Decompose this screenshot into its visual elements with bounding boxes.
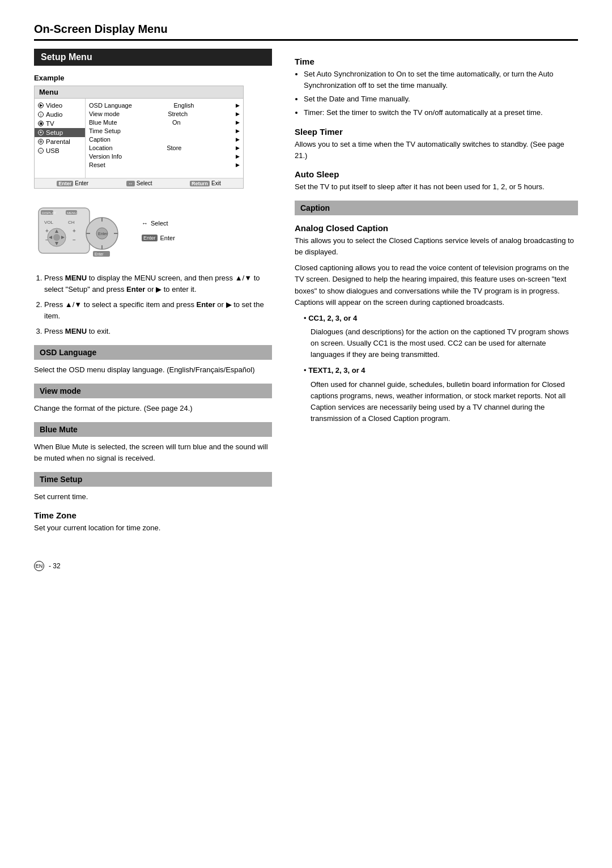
menu-item-usb: ↔ USB xyxy=(35,146,85,155)
blue-mute-header: Blue Mute xyxy=(34,422,272,437)
view-mode-text: Change the format of the picture. (See p… xyxy=(34,403,272,414)
svg-text:CH: CH xyxy=(68,220,75,225)
text123-item: • TEXT1, 2, 3, or 4 xyxy=(304,365,578,376)
setup-icon: ✦ xyxy=(38,130,44,135)
setup-menu-header: Setup Menu xyxy=(34,49,272,66)
page-title: On-Screen Display Menu xyxy=(34,23,578,41)
arrow-icon: ▶ xyxy=(236,145,240,151)
footer-exit: Return Exit xyxy=(190,180,221,186)
menu-row-caption: Caption ▶ xyxy=(89,135,240,143)
remote-diagram: VOL CH + − + − DISPLAY xyxy=(34,197,272,265)
svg-text:+: + xyxy=(45,228,49,234)
svg-text:−: − xyxy=(73,237,76,243)
time-title: Time xyxy=(295,57,578,66)
time-bullet-1: Set Auto Synchronization to On to set th… xyxy=(304,69,578,91)
svg-text:MENU: MENU xyxy=(67,211,77,215)
footer-enter: Enter Enter xyxy=(57,180,88,186)
return-btn-icon: Return xyxy=(190,181,210,186)
sleep-timer-text: Allows you to set a time when the TV aut… xyxy=(295,139,578,161)
time-bullet-3: Timer: Set the timer to switch the TV on… xyxy=(304,107,578,118)
analog-cc-text2: Closed captioning allows you to read the… xyxy=(295,262,578,308)
view-mode-header: View mode xyxy=(34,384,272,398)
blue-mute-text: When Blue Mute is selected, the screen w… xyxy=(34,441,272,464)
osd-language-text: Select the OSD menu display language. (E… xyxy=(34,364,272,376)
tv-icon: ▣ xyxy=(38,121,44,126)
time-zone-text: Set your current location for time zone. xyxy=(34,522,272,534)
page-footer: EN - 32 xyxy=(34,561,578,571)
osd-language-header: OSD Language xyxy=(34,345,272,360)
auto-sleep-title: Auto Sleep xyxy=(295,169,578,179)
time-setup-header: Time Setup xyxy=(34,472,272,487)
menu-screenshot-box: Menu ▶ Video i Audio ▣ TV xyxy=(34,86,244,189)
menu-row-bluemute: Blue Mute On ▶ xyxy=(89,118,240,126)
footer-select: ↔ Select xyxy=(126,180,152,186)
menu-item-setup: ✦ Setup xyxy=(35,128,85,137)
remote-illustration: VOL CH + − + − DISPLAY xyxy=(34,197,125,265)
example-label: Example xyxy=(34,74,272,82)
arrow-icon: ▶ xyxy=(236,120,240,125)
menu-row-viewmode: View mode Stretch ▶ xyxy=(89,109,240,118)
cc123-text: Dialogues (and descriptions) for the act… xyxy=(304,326,578,360)
analog-cc-text1: This allows you to select the Closed Cap… xyxy=(295,235,578,258)
time-zone-title: Time Zone xyxy=(34,510,272,520)
arrow-icon: ▶ xyxy=(236,137,240,142)
arrow-icon: ▶ xyxy=(236,128,240,134)
audio-icon: i xyxy=(38,112,44,117)
select-btn-icon: ↔ xyxy=(126,181,135,186)
instruction-1: Press MENU to display the MENU screen, a… xyxy=(44,273,272,295)
left-column: Setup Menu Example Menu ▶ Video i Audio xyxy=(34,49,272,538)
menu-footer: Enter Enter ↔ Select Return Exit xyxy=(35,178,243,188)
select-arrow-icon: ↔ xyxy=(142,220,148,227)
auto-sleep-text: Set the TV to put itself to sleep after … xyxy=(295,181,578,193)
svg-text:Enter: Enter xyxy=(98,232,108,236)
svg-point-8 xyxy=(53,234,60,241)
enter-btn-icon: Enter xyxy=(57,181,73,186)
cc-section: • CC1, 2, 3, or 4 Dialogues (and descrip… xyxy=(295,313,578,424)
menu-item-tv: ▣ TV xyxy=(35,119,85,128)
menu-item-audio: i Audio xyxy=(35,110,85,119)
analog-cc-title: Analog Closed Caption xyxy=(295,223,578,233)
arrow-icon: ▶ xyxy=(236,162,240,168)
menu-box-title: Menu xyxy=(35,86,243,99)
svg-text:DISPLAY: DISPLAY xyxy=(42,211,56,215)
enter-label: Enter Enter xyxy=(142,235,175,241)
parental-icon: ⊕ xyxy=(38,139,44,144)
cc123-title: CC1, 2, 3, or 4 xyxy=(308,314,357,322)
time-bullet-2: Set the Date and Time manually. xyxy=(304,93,578,105)
menu-right-panel: OSD Language English ▶ View mode Stretch… xyxy=(86,99,243,178)
text123-title: TEXT1, 2, 3, or 4 xyxy=(308,366,365,375)
sleep-timer-title: Sleep Timer xyxy=(295,127,578,137)
menu-row-location: Location Store ▶ xyxy=(89,143,240,152)
menu-row-versioninfo: Version Info ▶ xyxy=(89,152,240,160)
page-number: - 32 xyxy=(49,562,61,570)
time-setup-text: Set current time. xyxy=(34,491,272,503)
menu-item-video: ▶ Video xyxy=(35,101,85,110)
cc123-item: • CC1, 2, 3, or 4 xyxy=(304,313,578,324)
caption-header: Caption xyxy=(295,201,578,215)
menu-item-parental: ⊕ Parental xyxy=(35,137,85,146)
svg-text:VOL: VOL xyxy=(44,220,54,225)
menu-row-reset: Reset ▶ xyxy=(89,160,240,169)
enter-arrow-icon: Enter xyxy=(142,235,158,241)
usb-icon: ↔ xyxy=(38,148,44,154)
arrow-icon: ▶ xyxy=(236,154,240,159)
instruction-2: Press ▲/▼ to select a specific item and … xyxy=(44,299,272,321)
svg-text:Enter: Enter xyxy=(95,252,104,256)
menu-row-osd: OSD Language English ▶ xyxy=(89,101,240,109)
menu-left-panel: ▶ Video i Audio ▣ TV ✦ Setup xyxy=(35,99,86,178)
remote-labels: ↔ Select Enter Enter xyxy=(142,220,175,241)
right-column: Time Set Auto Synchronization to On to s… xyxy=(295,49,578,538)
instruction-3: Press MENU to exit. xyxy=(44,326,272,337)
arrow-icon: ▶ xyxy=(236,111,240,117)
menu-row-timesetup: Time Setup ▶ xyxy=(89,126,240,135)
video-icon: ▶ xyxy=(38,103,44,108)
en-circle: EN xyxy=(34,561,44,571)
select-label: ↔ Select xyxy=(142,220,175,227)
arrow-icon: ▶ xyxy=(236,103,240,108)
instructions: Press MENU to display the MENU screen, a… xyxy=(34,273,272,337)
text123-text: Often used for channel guide, schedules,… xyxy=(304,379,578,425)
svg-text:+: + xyxy=(73,228,76,234)
time-bullets: Set Auto Synchronization to On to set th… xyxy=(295,69,578,119)
